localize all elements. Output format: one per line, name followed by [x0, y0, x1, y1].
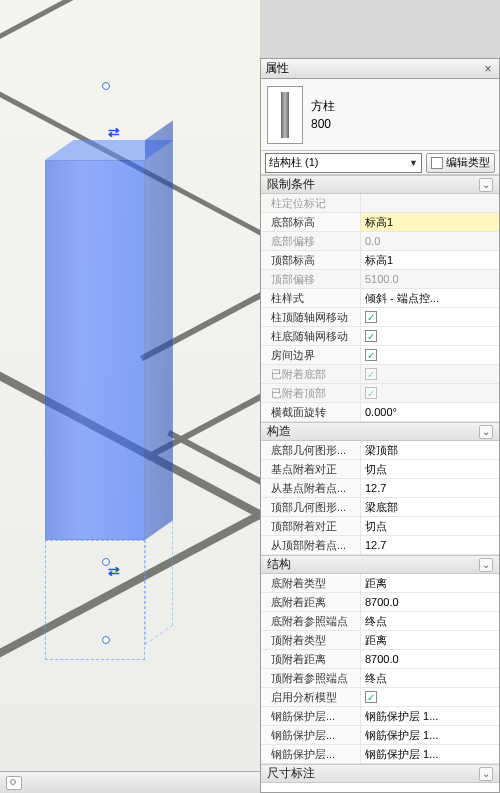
drag-handle-bottom[interactable]: [102, 636, 110, 644]
type-selector[interactable]: 方柱 800: [261, 79, 499, 151]
row-top-just: 顶部附着对正切点: [261, 517, 499, 536]
panel-title: 属性: [265, 60, 481, 77]
collapse-icon[interactable]: ⌄: [479, 178, 493, 192]
row-base-just: 基点附着对正切点: [261, 460, 499, 479]
group-structure[interactable]: 结构⌄: [261, 555, 499, 574]
row-cover1: 钢筋保护层...钢筋保护层 1...: [261, 707, 499, 726]
row-section-rotation: 横截面旋转0.000°: [261, 403, 499, 422]
edit-type-icon: [431, 157, 443, 169]
row-attached-top: 已附着顶部✓: [261, 384, 499, 403]
model-viewport[interactable]: ⇄ ⇄: [0, 0, 260, 793]
collapse-icon[interactable]: ⌄: [479, 767, 493, 781]
chevron-down-icon: ▼: [409, 158, 418, 168]
row-base-level: 底部标高标高1: [261, 213, 499, 232]
group-dimensions[interactable]: 尺寸标注⌄: [261, 764, 499, 783]
row-cover2: 钢筋保护层...钢筋保护层 1...: [261, 726, 499, 745]
type-thumbnail: [267, 86, 303, 144]
type-size: 800: [311, 117, 335, 131]
row-base-att-dist: 底附着距离8700.0: [261, 593, 499, 612]
properties-grid[interactable]: 限制条件⌄ 柱定位标记 底部标高标高1 底部偏移0.0 顶部标高标高1 顶部偏移…: [261, 175, 499, 792]
row-base-offset: 底部偏移0.0: [261, 232, 499, 251]
panel-header[interactable]: 属性 ×: [261, 59, 499, 79]
checkbox-icon: ✓: [365, 349, 377, 361]
checkbox-icon: ✓: [365, 387, 377, 399]
row-top-geom: 顶部几何图形...梁底部: [261, 498, 499, 517]
instance-filter-text: 结构柱 (1): [269, 155, 319, 170]
family-name: 方柱: [311, 98, 335, 115]
row-base-ref-pt: 底附着参照端点终点: [261, 612, 499, 631]
column-hidden-extent: [45, 540, 145, 660]
row-top-att-type: 顶附着类型距离: [261, 631, 499, 650]
row-room-boundary: 房间边界✓: [261, 346, 499, 365]
drag-handle-top[interactable]: [102, 82, 110, 90]
row-base-att-type: 底附着类型距离: [261, 574, 499, 593]
column-side-face: [145, 120, 173, 540]
column-hidden-extent: [145, 505, 173, 645]
row-move-base: 柱底随轴网移动✓: [261, 327, 499, 346]
row-base-geom: 底部几何图形...梁顶部: [261, 441, 499, 460]
edit-type-button[interactable]: 编辑类型: [426, 153, 495, 173]
selected-column[interactable]: [45, 130, 175, 570]
group-constraints[interactable]: 限制条件⌄: [261, 175, 499, 194]
checkbox-icon: ✓: [365, 691, 377, 703]
row-top-ref-pt: 顶附着参照端点终点: [261, 669, 499, 688]
close-icon[interactable]: ×: [481, 62, 495, 76]
row-top-pt: 从顶部附着点...12.7: [261, 536, 499, 555]
model-edge: [0, 0, 260, 64]
row-top-offset: 顶部偏移5100.0: [261, 270, 499, 289]
flip-control-top[interactable]: ⇄: [108, 124, 120, 140]
row-cover3: 钢筋保护层...钢筋保护层 1...: [261, 745, 499, 764]
row-column-style: 柱样式倾斜 - 端点控...: [261, 289, 499, 308]
status-bar: [0, 771, 260, 793]
row-loc-mark: 柱定位标记: [261, 194, 499, 213]
checkbox-icon: ✓: [365, 311, 377, 323]
instance-filter-combo[interactable]: 结构柱 (1) ▼: [265, 153, 422, 173]
row-top-level: 顶部标高标高1: [261, 251, 499, 270]
group-construction[interactable]: 构造⌄: [261, 422, 499, 441]
instance-row: 结构柱 (1) ▼ 编辑类型: [261, 151, 499, 175]
row-analytical: 启用分析模型✓: [261, 688, 499, 707]
collapse-icon[interactable]: ⌄: [479, 425, 493, 439]
collapse-icon[interactable]: ⌄: [479, 558, 493, 572]
row-top-att-dist: 顶附着距离8700.0: [261, 650, 499, 669]
flip-control-bottom[interactable]: ⇄: [108, 563, 120, 579]
row-base-pt: 从基点附着点...12.7: [261, 479, 499, 498]
row-move-top: 柱顶随轴网移动✓: [261, 308, 499, 327]
row-attached-base: 已附着底部✓: [261, 365, 499, 384]
edit-type-label: 编辑类型: [446, 155, 490, 170]
checkbox-icon: ✓: [365, 368, 377, 380]
column-front-face: [45, 160, 145, 540]
properties-panel: 属性 × 方柱 800 结构柱 (1) ▼ 编辑类型 限制条件⌄ 柱定位标记 底…: [260, 58, 500, 793]
status-icon[interactable]: [6, 776, 22, 790]
checkbox-icon: ✓: [365, 330, 377, 342]
